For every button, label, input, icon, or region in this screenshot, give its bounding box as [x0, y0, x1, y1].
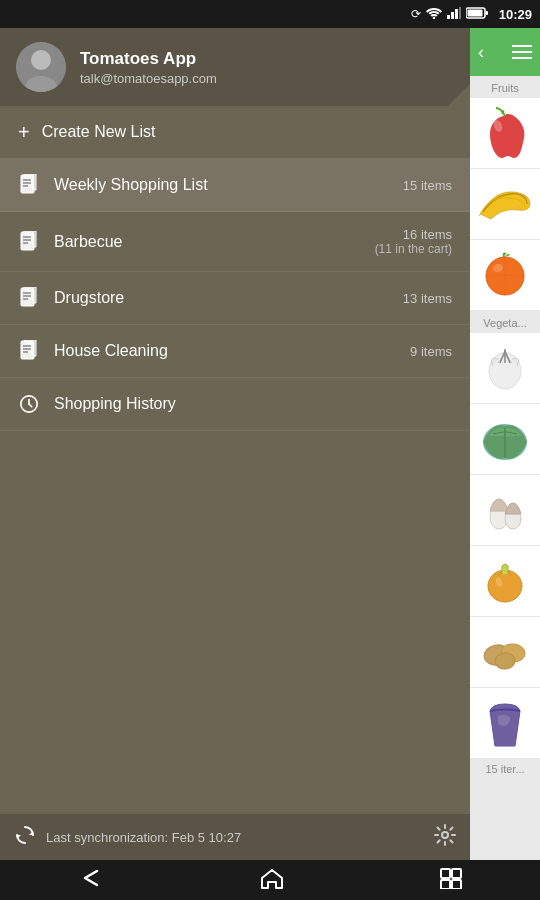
user-info: Tomatoes App talk@tomatoesapp.com [80, 49, 217, 86]
right-panel: ‹ Fruits [470, 28, 540, 860]
svg-rect-2 [451, 12, 454, 19]
shopping-history-content: Shopping History [54, 395, 452, 413]
category-apple[interactable] [470, 98, 540, 168]
sync-text: Last synchronization: Feb 5 10:27 [46, 830, 241, 845]
recents-nav-button[interactable] [419, 861, 483, 900]
list-doc-icon-house [18, 340, 40, 362]
svg-line-29 [29, 404, 32, 407]
right-panel-header: ‹ [470, 28, 540, 76]
list-doc-icon-bbq [18, 231, 40, 253]
list-item-name-barbecue: Barbecue [54, 233, 123, 251]
header-decoration [448, 84, 470, 106]
create-new-list-label: Create New List [42, 123, 156, 141]
bottom-count: 15 iter... [470, 759, 540, 779]
back-arrow-icon[interactable]: ‹ [478, 42, 484, 63]
cart-info-barbecue: (11 in the cart) [375, 242, 452, 256]
category-purple-veg[interactable] [470, 688, 540, 758]
status-icons: ⟳ 10:29 [411, 7, 532, 22]
svg-rect-49 [441, 869, 450, 878]
svg-rect-6 [485, 11, 488, 15]
category-lettuce[interactable] [470, 404, 540, 474]
fruits-category-label: Fruits [470, 76, 540, 98]
status-bar: ⟳ 10:29 [0, 0, 540, 28]
svg-rect-4 [459, 7, 461, 19]
sync-icon [14, 824, 36, 851]
svg-rect-7 [467, 9, 482, 16]
list-item-meta-drugstore: 13 items [403, 291, 452, 306]
clock-icon [18, 393, 40, 415]
home-nav-button[interactable] [240, 861, 304, 900]
category-garlic[interactable] [470, 333, 540, 403]
settings-icon[interactable] [434, 824, 456, 851]
category-onion[interactable] [470, 546, 540, 616]
vegetables-category-label: Vegeta... [470, 311, 540, 333]
plus-icon: + [18, 122, 30, 142]
empty-area [0, 431, 470, 860]
list-doc-icon [18, 174, 40, 196]
list-item-meta-barbecue: 16 items (11 in the cart) [375, 227, 452, 256]
wifi-icon [426, 7, 442, 22]
list-item-name-drugstore: Drugstore [54, 289, 124, 307]
create-new-list-button[interactable]: + Create New List [0, 106, 470, 159]
sync-info: Last synchronization: Feb 5 10:27 [14, 824, 241, 851]
svg-point-0 [433, 16, 435, 18]
rotate-icon: ⟳ [411, 7, 421, 21]
list-item-content-drugstore: Drugstore 13 items [54, 289, 452, 307]
list-item-meta-weekly: 15 items [403, 178, 452, 193]
list-item-meta-house: 9 items [410, 344, 452, 359]
list-item-house-cleaning[interactable]: House Cleaning 9 items [0, 325, 470, 378]
svg-rect-51 [452, 869, 461, 878]
svg-rect-50 [441, 880, 450, 889]
svg-rect-3 [455, 9, 458, 19]
category-mushroom[interactable] [470, 475, 540, 545]
category-banana[interactable] [470, 169, 540, 239]
category-orange[interactable] [470, 240, 540, 310]
app-name: Tomatoes App [80, 49, 217, 69]
category-potato[interactable] [470, 617, 540, 687]
status-time: 10:29 [499, 7, 532, 22]
list-item-name-house: House Cleaning [54, 342, 168, 360]
signal-icon [447, 7, 461, 22]
nav-bar [0, 860, 540, 900]
hamburger-menu-icon[interactable] [512, 45, 532, 59]
list-doc-icon-drugstore [18, 287, 40, 309]
svg-point-32 [442, 832, 448, 838]
list-item-content-house: House Cleaning 9 items [54, 342, 452, 360]
svg-rect-1 [447, 15, 450, 19]
list-item-barbecue[interactable]: Barbecue 16 items (11 in the cart) [0, 212, 470, 272]
user-header: Tomatoes App talk@tomatoesapp.com [0, 28, 470, 106]
left-panel: Tomatoes App talk@tomatoesapp.com + Crea… [0, 28, 470, 860]
list-item-shopping-history[interactable]: Shopping History [0, 378, 470, 431]
sync-bar: Last synchronization: Feb 5 10:27 [0, 814, 470, 860]
list-item-name-weekly: Weekly Shopping List [54, 176, 208, 194]
svg-point-9 [31, 50, 51, 70]
list-item-content-bbq: Barbecue 16 items (11 in the cart) [54, 227, 452, 256]
list-item-content: Weekly Shopping List 15 items [54, 176, 452, 194]
shopping-history-label: Shopping History [54, 395, 176, 413]
svg-rect-52 [452, 880, 461, 889]
avatar [16, 42, 66, 92]
list-item-drugstore[interactable]: Drugstore 13 items [0, 272, 470, 325]
battery-icon [466, 7, 488, 22]
user-email: talk@tomatoesapp.com [80, 71, 217, 86]
list-item-weekly-shopping[interactable]: Weekly Shopping List 15 items [0, 159, 470, 212]
back-nav-button[interactable] [57, 861, 125, 900]
